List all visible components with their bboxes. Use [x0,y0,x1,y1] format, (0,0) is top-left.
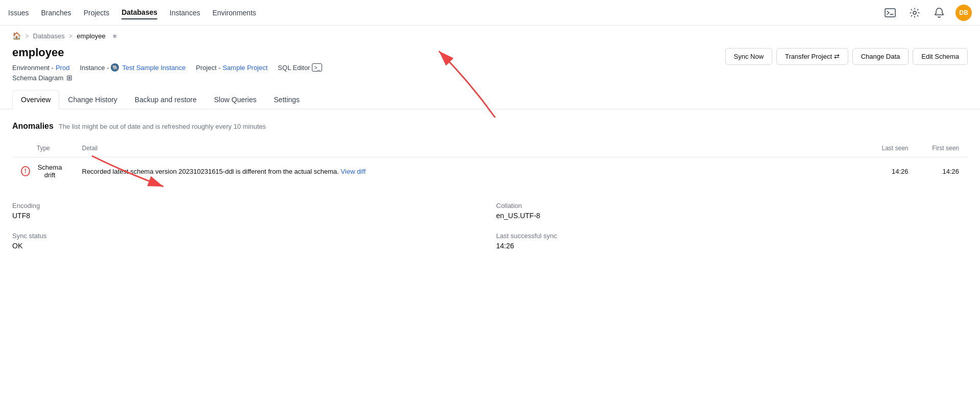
page-actions: Sync Now Transfer Project ⇄ Change Data … [725,48,968,65]
anomalies-header: Anomalies The list might be out of date … [12,122,968,131]
col-header-first-seen: First seen [917,140,968,157]
transfer-icon: ⇄ [834,53,840,60]
anomaly-error-icon: ! [21,166,30,176]
anomaly-last-seen: 14:26 [866,157,917,185]
table-head: Type Detail Last seen First seen [13,140,968,157]
sync-status-value: OK [12,242,484,250]
encoding-section: Encoding UTF8 [12,202,484,220]
page-title: employee [12,46,322,59]
col-header-type: Type [13,140,74,157]
sync-now-button[interactable]: Sync Now [725,48,773,65]
table-header-row: Type Detail Last seen First seen [13,140,968,157]
nav-item-environments[interactable]: Environments [212,7,256,19]
meta-environment: Environment - Prod [12,64,69,72]
anomaly-type-content: ! Schema drift [21,164,66,179]
encoding-value: UTF8 [12,212,484,220]
nav-item-databases[interactable]: Databases [121,6,157,19]
tab-overview[interactable]: Overview [12,90,59,109]
environment-label: Environment - [12,64,54,72]
settings-icon-button[interactable] [906,5,923,21]
table-body: ! Schema drift Recorded latest schema ve… [13,157,968,185]
nav-right: DB [882,5,972,21]
anomaly-detail-text: Recorded latest schema version 202310231… [82,168,339,175]
view-diff-link[interactable]: View diff [341,168,366,175]
collation-label: Collation [496,202,968,210]
breadcrumb-current: employee [77,32,105,40]
transfer-project-label: Transfer Project [785,53,832,60]
sql-editor-label[interactable]: SQL Editor [278,64,310,72]
tab-slow-queries[interactable]: Slow Queries [205,90,265,109]
last-sync-label: Last successful sync [496,232,968,240]
nav-item-branches[interactable]: Branches [41,7,71,19]
user-avatar[interactable]: DB [955,5,972,21]
page-title-area: employee Environment - Prod Instance - 🐘… [12,46,322,82]
instance-value[interactable]: Test Sample Instance [122,64,185,72]
change-data-button[interactable]: Change Data [852,48,909,65]
breadcrumb: 🏠 > Databases > employee ★ [0,26,980,40]
anomaly-type-label: Schema drift [34,164,66,179]
sync-status-section: Sync status OK [12,232,484,250]
top-navigation: Issues Branches Projects Databases Insta… [0,0,980,26]
project-label: Project - [196,64,220,72]
svg-point-2 [913,11,916,14]
main-content: Anomalies The list might be out of date … [0,109,980,262]
project-value[interactable]: Sample Project [223,64,267,72]
tabs: Overview Change History Backup and resto… [0,90,980,109]
schema-diagram-icon: ⊞ [66,74,72,82]
svg-rect-0 [885,9,895,17]
tab-backup-restore[interactable]: Backup and restore [126,90,205,109]
instance-label: Instance - [80,64,109,72]
col-header-last-seen: Last seen [866,140,917,157]
anomaly-first-seen: 14:26 [917,157,968,185]
meta-project: Project - Sample Project [196,64,268,72]
encoding-label: Encoding [12,202,484,210]
anomalies-title: Anomalies [12,122,54,131]
environment-value[interactable]: Prod [56,64,69,72]
table-row: ! Schema drift Recorded latest schema ve… [13,157,968,185]
bell-icon-button[interactable] [931,5,947,21]
anomalies-table: Type Detail Last seen First seen ! Schem… [12,139,968,185]
breadcrumb-sep-1: > [25,32,29,40]
nav-left: Issues Branches Projects Databases Insta… [8,6,256,19]
last-sync-section: Last successful sync 14:26 [496,232,968,250]
info-grid: Encoding UTF8 Collation en_US.UTF-8 Sync… [12,202,968,250]
postgres-icon: 🐘 [111,63,119,72]
anomaly-type-cell: ! Schema drift [13,157,74,185]
anomalies-description: The list might be out of date and is ref… [59,123,266,130]
meta-instance: Instance - 🐘 Test Sample Instance [80,63,185,72]
collation-section: Collation en_US.UTF-8 [496,202,968,220]
transfer-project-button[interactable]: Transfer Project ⇄ [776,48,848,65]
schema-diagram-label: Schema Diagram [12,74,63,82]
nav-item-issues[interactable]: Issues [8,7,29,19]
last-sync-value: 14:26 [496,242,968,250]
collation-value: en_US.UTF-8 [496,212,968,220]
page-header: employee Environment - Prod Instance - 🐘… [0,40,980,82]
edit-schema-button[interactable]: Edit Schema [913,48,968,65]
nav-item-projects[interactable]: Projects [84,7,110,19]
tab-change-history[interactable]: Change History [59,90,126,109]
home-icon[interactable]: 🏠 [12,32,21,40]
star-icon[interactable]: ★ [112,32,118,40]
sync-status-label: Sync status [12,232,484,240]
anomaly-detail-cell: Recorded latest schema version 202310231… [74,157,866,185]
meta-sql-editor[interactable]: SQL Editor >_ [278,63,322,72]
terminal-icon-button[interactable] [882,5,898,21]
sql-editor-icon: >_ [312,63,322,72]
breadcrumb-databases[interactable]: Databases [33,32,65,40]
schema-diagram-link[interactable]: Schema Diagram ⊞ [12,74,322,82]
nav-item-instances[interactable]: Instances [169,7,200,19]
tab-settings[interactable]: Settings [265,90,309,109]
col-header-detail: Detail [74,140,866,157]
meta-row: Environment - Prod Instance - 🐘 Test Sam… [12,63,322,72]
breadcrumb-sep-2: > [69,32,73,40]
